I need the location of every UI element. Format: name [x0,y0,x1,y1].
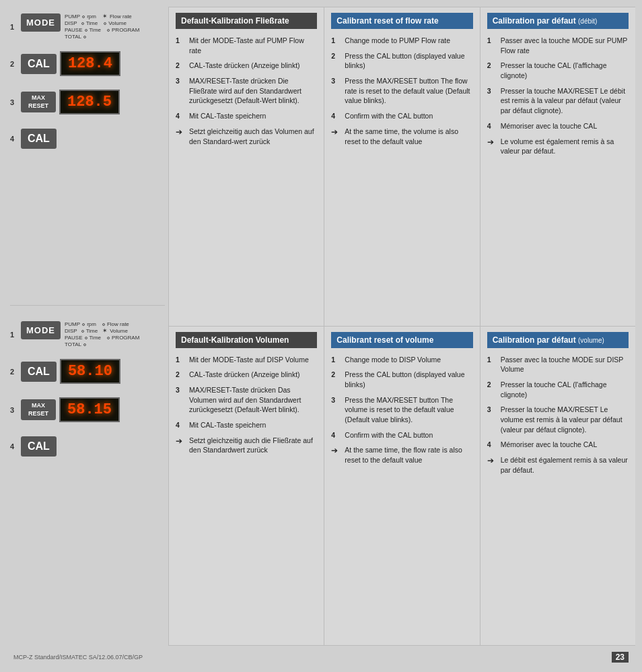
en-v-item1-text: Change mode to DISP Volume [345,355,441,365]
de-vol-item-4: 4 Mit CAL-Taste speichern [176,420,317,430]
ind-rpm-label-bot: rpm [87,321,96,327]
de-v-arrow-text: Setzt gleichzeitig auch die FIießrate au… [189,436,317,455]
en-v-item4-text: Confirm with the CAL button [345,430,433,440]
ind-total-dot [83,36,86,38]
en-vol-item-2: 2 Press the CAL button (displayed value … [331,370,472,389]
mode-button-top[interactable]: MODE [21,13,61,32]
step4-row: 4 CAL [10,129,57,149]
ind-disp-time-label: Time [86,20,98,26]
en-item4-num: 4 [331,111,342,121]
cal-button-bottom-2[interactable]: CAL [21,436,57,457]
item1-num: 1 [176,36,186,55]
step3-num: 3 [10,98,18,106]
german-flowrate-header: Default-Kalibration Fließrate [176,13,317,29]
en-v-item4-num: 4 [331,430,342,440]
max-label: MAX [32,94,45,101]
fr-item1-text: Passer avec la touche MODE sur PUMP Flow… [501,36,629,55]
en-fr-item-4: 4 Confirm with the CAL button [331,111,472,121]
ind-pause-time-label-bot: Time [90,335,101,341]
arrow-icon: ➔ [176,127,186,146]
ind-pump-dot-bot [82,323,85,326]
german-vol-arrow: ➔ Setzt gleichzeitig auch die FIießrate … [176,436,317,455]
display-volume-1: 58.10 [60,359,120,384]
ind-row-pump: PUMP rpm ✶ Flow rate [65,13,139,20]
en-v-item2-text: Press the CAL button (displayed value bl… [345,370,472,389]
cal-button-top-2[interactable]: CAL [21,129,57,149]
display-flow-rate-1: 128.4 [60,51,120,76]
german-fr-item-2: 2 CAL-Taste drücken (Anzeige blinkt) [176,61,317,71]
en-item3-num: 3 [331,76,342,106]
french-flowrate-header: Calibration par défaut (débit) [487,13,629,29]
fr-v-item1-num: 1 [487,355,498,374]
ind-pause-time-label: Time [90,27,101,33]
fr-item4-num: 4 [487,121,498,131]
en-item1-text: Change mode to PUMP Flow rate [345,36,450,46]
en-vol-item-1: 1 Change mode to DISP Volume [331,355,472,365]
ind-row-total: TOTAL [65,34,139,40]
de-vol-item-2: 2 CAL-Taste drücken (Anzeige blinkt) [176,370,317,380]
en-item2-num: 2 [331,51,342,71]
ind-flowrate-star: ✶ [102,13,108,20]
ind-pause-label: PAUSE [65,27,83,33]
reset-label: RESET [28,102,48,109]
french-flowrate-cell: Calibration par défaut (débit) 1 Passer … [480,7,635,327]
ind-disp-label: DISP [65,20,77,26]
fr-v-item3-text: Presser la touche MAX/RESET Le volume es… [501,405,629,434]
step1-row-bot: 1 MODE PUMP rpm Flow rate [10,321,139,347]
ind-volume-label-bot: Volume [110,328,128,334]
fr-fr-item-3: 3 Presser la touche MAX/RESET Le débit e… [487,86,629,116]
step4-row-bot: 4 CAL [10,436,57,457]
en-fr-item-1: 1 Change mode to PUMP Flow rate [331,36,472,46]
ind-disp-time-dot-bot [81,330,84,333]
section-divider [10,305,165,306]
main-content: 1 MODE PUMP rpm ✶ Flow rate [7,7,635,646]
mode-button-bottom[interactable]: MODE [21,321,61,339]
de-vol-item-1: 1 Mit der MODE-Taste auf DISP Volume [176,355,317,365]
ind-volume-label: Volume [108,20,127,26]
fr-item2-text: Presser la touche CAL (l'affichage clign… [501,61,629,80]
fr-arrow-icon: ➔ [487,137,498,156]
ind-disp-label-bot: DISP [65,328,77,334]
ind-row-pump-bot: PUMP rpm Flow rate [65,321,139,327]
fr-item3-text: Presser la touche MAX/RESET Le débit est… [501,86,629,116]
english-flowrate-header: Calibrant reset of flow rate [331,13,472,29]
ind-disp-time-label-bot: Time [86,328,98,334]
item3-num: 3 [176,76,186,106]
ind-rpm-label: rpm [87,13,96,20]
en-fr-item-2: 2 Press the CAL button (displayed value … [331,51,472,71]
english-volume-header: Calibrant reset of volume [331,332,472,348]
display4-wrapper: 58.15 [59,397,120,422]
step1-num: 1 [10,23,18,31]
cal-button-bottom-1[interactable]: CAL [21,362,57,382]
ind-row-total-bot: TOTAL [65,341,139,347]
ind-program-label: PROGRAM [112,27,139,33]
fr-vol-item-1: 1 Passer avec la touche MODE sur DISP Vo… [487,355,629,374]
german-fr-arrow: ➔ Setzt gleichzeitig auch das Volumen au… [176,127,317,146]
fr-v-item1-text: Passer avec la touche MODE sur DISP Volu… [501,355,629,374]
max-label-bot: MAX [32,402,45,409]
step4-num-bot: 4 [10,442,18,450]
item2-text: CAL-Taste drücken (Anzeige blinkt) [189,61,300,71]
en-vol-item-3: 3 Press the MAX/RESET button The volume … [331,395,472,425]
footer-info: MCP-Z Standard/ISMATEC SA/12.06.07/CB/GP [13,654,143,661]
english-volume-list: 1 Change mode to DISP Volume 2 Press the… [331,355,472,440]
display2-wrapper: 128.5 [59,90,120,114]
item4-text: Mit CAL-Taste speichern [189,111,266,121]
maxreset-button-bottom[interactable]: MAX RESET [21,399,56,420]
page-number: 23 [612,652,629,663]
cal-button-top-1[interactable]: CAL [21,54,57,74]
fr-v-item4-num: 4 [487,440,498,450]
ind-total-label: TOTAL [65,34,81,40]
de-v-item2-num: 2 [176,370,186,380]
step2-row-bot: 2 CAL 58.10 [10,356,124,387]
en-v-item1-num: 1 [331,355,342,365]
english-volume-cell: Calibrant reset of volume 1 Change mode … [324,327,479,646]
footer-page-area: 23 [612,652,629,663]
en-v-arrow-icon: ➔ [331,445,342,465]
fr-v-arrow-text: Le débit est également remis à sa valeur… [501,455,629,475]
ind-pause-time-dot-bot [85,337,87,339]
maxreset-button-top[interactable]: MAX RESET [21,92,56,112]
en-item4-text: Confirm with the CAL button [345,111,433,121]
fr-header-text: Calibration par défaut [493,16,576,26]
de-vol-item-3: 3 MAX/RESET-Taste drücken Das Volumen wi… [176,385,317,415]
